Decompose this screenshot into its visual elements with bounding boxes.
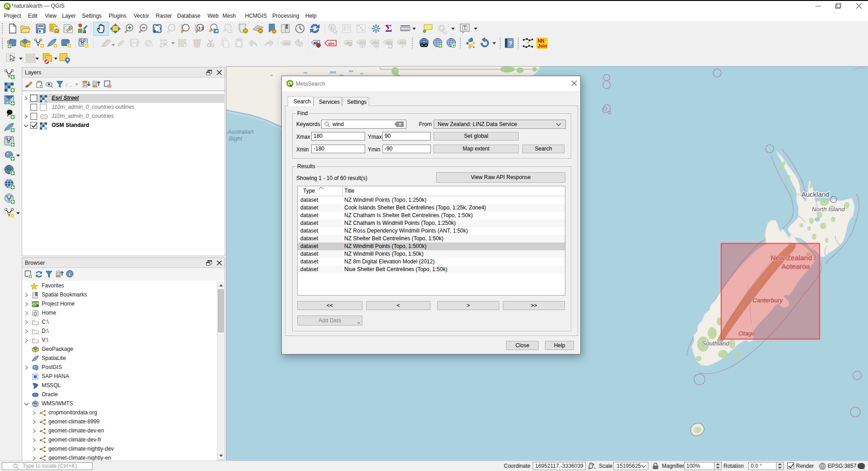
svg-text:abc: abc — [359, 40, 366, 44]
svg-text:Auckland: Auckland — [801, 190, 829, 198]
svg-text:Australian: Australian — [227, 128, 254, 135]
svg-text:Join: Join — [538, 44, 547, 49]
svg-text:abc: abc — [328, 41, 335, 46]
svg-text:a: a — [83, 28, 86, 34]
svg-text:1:1: 1:1 — [198, 26, 204, 30]
svg-text:New Zealand /: New Zealand / — [771, 254, 816, 262]
svg-text:Southland: Southland — [702, 340, 729, 347]
svg-text:Otago: Otago — [738, 330, 755, 337]
svg-text:T: T — [463, 25, 466, 30]
svg-text:Aotearoa: Aotearoa — [781, 262, 810, 270]
svg-text:Canterbury: Canterbury — [752, 297, 783, 304]
svg-text:abc: abc — [284, 41, 290, 45]
svg-text:NN: NN — [538, 39, 544, 44]
svg-text:Bight: Bight — [229, 135, 243, 142]
svg-text:ε: ε — [66, 81, 68, 87]
svg-text:North Island: North Island — [812, 206, 845, 213]
svg-text:abc: abc — [386, 40, 392, 44]
svg-text:?: ? — [509, 40, 512, 47]
